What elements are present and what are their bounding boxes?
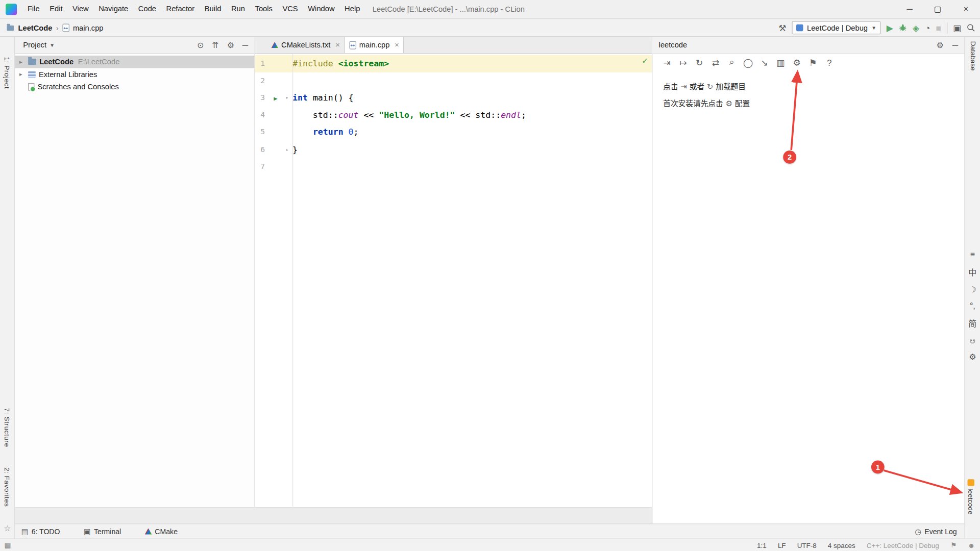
menu-item-vcs[interactable]: VCS xyxy=(278,0,303,18)
fold-icon[interactable]: ▴ xyxy=(281,141,292,158)
menu-item-file[interactable]: File xyxy=(22,0,44,18)
collapse-all-icon[interactable]: ⇈ xyxy=(212,40,218,49)
lc-progress-icon[interactable]: ◯ xyxy=(742,57,754,67)
fold-icon[interactable]: ▾ xyxy=(281,89,292,107)
menu-item-navigate[interactable]: Navigate xyxy=(93,0,133,18)
stripe-moon-icon[interactable]: ☽ xyxy=(969,285,976,294)
menu-item-help[interactable]: Help xyxy=(339,0,365,18)
build-hammer-icon[interactable]: ⚒ xyxy=(778,23,786,32)
lc-report-icon[interactable]: ⚑ xyxy=(807,57,819,67)
panel-gear-icon[interactable]: ⚙ xyxy=(936,40,943,49)
leetcode-header-icons: ⚙ ─ xyxy=(936,40,958,49)
tree-item-scratches-and-consoles[interactable]: Scratches and Consoles xyxy=(15,81,254,93)
toolwindow-button-database[interactable]: Database xyxy=(969,41,977,71)
profiler-button[interactable]: ◔ xyxy=(925,23,930,32)
toolwindow-button-project[interactable]: 1: Project xyxy=(3,57,11,89)
notification-flag-icon[interactable]: ⚑ xyxy=(950,541,957,549)
toolwindow-button-cmake[interactable]: CMake xyxy=(145,528,178,535)
menu-item-window[interactable]: Window xyxy=(303,0,339,18)
stripe-phonetic-icon[interactable]: °, xyxy=(970,301,975,310)
minimize-button[interactable]: ─ xyxy=(896,0,924,18)
caret-position[interactable]: 1:1 xyxy=(757,541,767,549)
code-line-4[interactable]: 4 std::cout << "Hello, World!" << std::e… xyxy=(255,107,652,124)
code-line-3[interactable]: 3▶▾int main() { xyxy=(255,89,652,107)
chevron-down-icon: ▼ xyxy=(871,25,876,31)
search-everywhere-icon[interactable] xyxy=(967,24,975,32)
hint-text: 配置 xyxy=(735,99,750,108)
breadcrumb-project[interactable]: LeetCode xyxy=(18,23,53,32)
menu-item-run[interactable]: Run xyxy=(226,0,250,18)
run-configuration-select[interactable]: LeetCode | Debug ▼ xyxy=(792,21,881,35)
editor-tab-cmakelists-txt[interactable]: CMakeLists.txt× xyxy=(267,37,345,53)
favorites-star-icon[interactable]: ☆ xyxy=(4,523,11,533)
editor-tab-main-cpp[interactable]: main.cpp× xyxy=(345,37,404,53)
project-panel-title[interactable]: Project xyxy=(23,41,46,49)
restore-layout-icon[interactable]: ▣ xyxy=(953,23,961,32)
code-line-6[interactable]: 6▴} xyxy=(255,141,652,158)
run-button[interactable]: ▶ xyxy=(887,23,893,32)
menu-item-code[interactable]: Code xyxy=(133,0,161,18)
hide-panel-icon[interactable]: ─ xyxy=(952,40,958,49)
line-number: 6 xyxy=(255,141,270,158)
maximize-button[interactable]: ▢ xyxy=(924,0,952,18)
toolwindow-switcher-icon[interactable]: ▦ xyxy=(5,541,11,549)
breadcrumb-file[interactable]: main.cpp xyxy=(73,23,104,32)
panel-settings-icon[interactable]: ⚙ xyxy=(227,40,234,49)
tree-item-leetcode[interactable]: ▸LeetCodeE:\LeetCode xyxy=(15,56,254,68)
close-button[interactable]: × xyxy=(952,0,980,18)
toolwindow-button-leetcode[interactable]: leetcode xyxy=(967,479,974,514)
stop-button[interactable]: ■ xyxy=(936,23,941,32)
code-line-7[interactable]: 7 xyxy=(255,158,652,176)
coverage-button[interactable]: ◈ xyxy=(913,23,919,32)
menu-item-build[interactable]: Build xyxy=(200,0,226,18)
stripe-chinese-icon[interactable]: 中 xyxy=(968,266,976,278)
chevron-right-icon[interactable]: ▸ xyxy=(19,71,28,78)
toolwindow-button-structure[interactable]: 7: Structure xyxy=(3,408,11,447)
right-stripe-icons: ≡中☽°,简☺⚙ xyxy=(965,250,980,362)
toolwindow-button-event-log[interactable]: ◷Event Log xyxy=(915,527,957,536)
folder-icon xyxy=(28,59,36,65)
hide-panel-icon[interactable]: ─ xyxy=(242,40,248,49)
leetcode-panel-title[interactable]: leetcode xyxy=(659,41,688,49)
lc-sign-out-icon[interactable]: ↦ xyxy=(677,57,689,67)
code-line-2[interactable]: 2 xyxy=(255,72,652,89)
menu-item-view[interactable]: View xyxy=(67,0,93,18)
code-line-5[interactable]: 5 return 0; xyxy=(255,123,652,141)
cmake-icon xyxy=(145,528,152,534)
lc-sign-in-icon[interactable]: ⇥ xyxy=(660,57,673,67)
tree-item-external-libraries[interactable]: ▸External Libraries xyxy=(15,68,254,80)
run-gutter-icon[interactable]: ▶ xyxy=(274,95,277,102)
toolwindow-button-favorites[interactable]: 2: Favorites xyxy=(3,467,11,507)
hector-inspector-icon[interactable]: ☻ xyxy=(968,541,975,549)
tab-close-icon[interactable]: × xyxy=(335,41,340,49)
stripe-smiley-icon[interactable]: ☺ xyxy=(968,336,976,345)
toolwindow-button-terminal[interactable]: ▣Terminal xyxy=(84,527,121,536)
lc-help-icon[interactable]: ? xyxy=(823,57,836,67)
chevron-right-icon[interactable]: ▸ xyxy=(19,59,28,65)
debug-button[interactable] xyxy=(899,24,907,32)
stripe-lines-icon[interactable]: ≡ xyxy=(970,250,975,259)
lc-collapse-icon[interactable]: ↘ xyxy=(758,57,770,67)
toolwindow-button-6-todo[interactable]: ▤6: TODO xyxy=(21,527,60,536)
file-encoding[interactable]: UTF-8 xyxy=(797,541,817,549)
inspection-ok-icon[interactable]: ✓ xyxy=(642,56,647,66)
menu-item-tools[interactable]: Tools xyxy=(250,0,278,18)
lc-statistics-icon[interactable]: ▥ xyxy=(774,57,787,67)
stripe-gear-icon[interactable]: ⚙ xyxy=(969,353,976,362)
leetcode-logo-icon xyxy=(967,479,974,486)
menu-item-refactor[interactable]: Refactor xyxy=(161,0,200,18)
tab-close-icon[interactable]: × xyxy=(395,41,399,49)
lc-settings-icon[interactable]: ⚙ xyxy=(791,57,803,67)
stripe-simplified-icon[interactable]: 简 xyxy=(968,317,976,329)
status-bar: ▦ 1:1 LF UTF-8 4 spaces C++: LeetCode | … xyxy=(0,539,980,551)
code-editor[interactable]: 1#include <iostream>23▶▾int main() {4 st… xyxy=(255,54,652,507)
lc-search-icon[interactable]: ⌕ xyxy=(726,57,738,67)
line-separator[interactable]: LF xyxy=(778,541,786,549)
indent-style[interactable]: 4 spaces xyxy=(828,541,855,549)
toolbar-separator xyxy=(947,22,947,33)
lc-random-question-icon[interactable]: ⇄ xyxy=(709,57,722,67)
locate-file-icon[interactable]: ⊙ xyxy=(197,40,204,49)
menu-item-edit[interactable]: Edit xyxy=(44,0,67,18)
code-line-1[interactable]: 1#include <iostream> xyxy=(255,55,652,72)
lc-refresh-icon[interactable]: ↻ xyxy=(693,57,705,67)
